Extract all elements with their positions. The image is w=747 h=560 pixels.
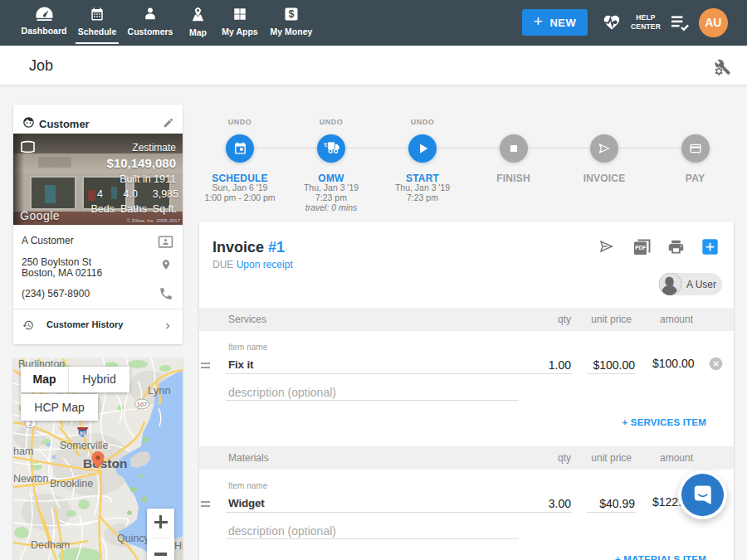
svg-text:Brookline: Brookline (50, 478, 93, 489)
svg-text:PDF: PDF (635, 245, 646, 251)
svg-text:$: $ (289, 8, 295, 20)
svg-text:2: 2 (29, 420, 32, 427)
svg-text:Hi: Hi (174, 540, 183, 552)
svg-text:93: 93 (80, 431, 86, 436)
svg-text:Newton: Newton (13, 473, 48, 485)
svg-text:ham: ham (13, 446, 33, 457)
svg-text:107: 107 (137, 401, 148, 408)
svg-text:Somerville: Somerville (60, 440, 108, 451)
svg-text:Quincy: Quincy (117, 533, 150, 544)
svg-text:Lynn: Lynn (148, 384, 171, 397)
svg-text:Dedham: Dedham (31, 539, 70, 551)
svg-text:Boston: Boston (83, 456, 127, 470)
